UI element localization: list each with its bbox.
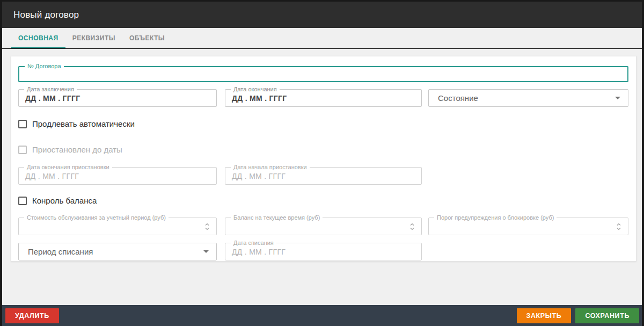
tab-label: ОБЪЕКТЫ: [129, 34, 165, 42]
suspend-end-date-label: Дата окончания приостановки: [24, 164, 112, 171]
writeoff-period-label: Период списания: [28, 247, 93, 256]
service-cost-label: Стоимость обслуживания за учетный период…: [24, 214, 169, 221]
current-balance-field[interactable]: Баланс на текущее время (руб): [225, 218, 422, 235]
date-start-placeholder: ДД . ММ . ГГГГ: [25, 94, 80, 103]
suspend-start-date-placeholder: ДД . ММ . ГГГГ: [232, 172, 286, 180]
date-end-field[interactable]: Дата окончания ДД . ММ . ГГГГ: [225, 89, 422, 107]
chevron-down-icon: [203, 250, 209, 253]
suspended-label: Приостановлен до даты: [32, 145, 122, 154]
tab-obekty[interactable]: ОБЪЕКТЫ: [122, 28, 172, 48]
auto-renew-checkbox[interactable]: [18, 120, 27, 128]
suspend-start-date-label: Дата начала приостановки: [231, 164, 310, 171]
balance-control-label: Конроль баланса: [32, 196, 97, 205]
number-spinner-icon[interactable]: [204, 222, 210, 231]
writeoff-period-select[interactable]: Период списания: [18, 243, 217, 260]
writeoff-date-field[interactable]: Дата списания ДД . ММ . ГГГГ: [225, 243, 422, 260]
tab-label: ОСНОВНАЯ: [18, 34, 58, 42]
suspend-start-date-field: Дата начала приостановки ДД . ММ . ГГГГ: [225, 167, 422, 185]
chevron-down-icon: [615, 97, 620, 99]
number-spinner-icon[interactable]: [409, 222, 415, 231]
dialog-titlebar: Новый договор: [2, 2, 642, 28]
date-start-field[interactable]: Дата заключения ДД . ММ . ГГГГ: [18, 89, 217, 107]
block-threshold-label: Порог предупреждения о блокировке (руб): [434, 214, 557, 221]
balance-control-checkbox[interactable]: [18, 197, 27, 205]
date-start-label: Дата заключения: [24, 86, 77, 93]
delete-button[interactable]: УДАЛИТЬ: [5, 308, 59, 323]
service-cost-field[interactable]: Стоимость обслуживания за учетный период…: [18, 218, 217, 235]
contract-number-field[interactable]: № Договора: [18, 66, 628, 82]
current-balance-label: Баланс на текущее время (руб): [231, 214, 323, 221]
contract-number-label: № Договора: [25, 63, 64, 70]
dialog-title: Новый договор: [13, 10, 79, 20]
tab-label: РЕКВИЗИТЫ: [72, 34, 115, 42]
balance-control-checkbox-row[interactable]: Конроль баланса: [18, 196, 628, 205]
dialog-footer: УДАЛИТЬ ЗАКРЫТЬ СОХРАНИТЬ: [2, 305, 642, 326]
number-spinner-icon[interactable]: [616, 222, 621, 231]
writeoff-date-label: Дата списания: [231, 240, 276, 247]
suspended-checkbox: [18, 146, 27, 154]
close-button[interactable]: ЗАКРЫТЬ: [517, 308, 572, 323]
state-select-label: Состояние: [438, 93, 478, 103]
writeoff-date-placeholder: ДД . ММ . ГГГГ: [232, 248, 286, 256]
suspend-end-date-field: Дата окончания приостановки ДД . ММ . ГГ…: [18, 167, 217, 185]
suspended-checkbox-row: Приостановлен до даты: [18, 145, 628, 154]
save-button[interactable]: СОХРАНИТЬ: [575, 308, 639, 323]
date-end-placeholder: ДД . ММ . ГГГГ: [232, 94, 287, 103]
suspend-end-date-placeholder: ДД . ММ . ГГГГ: [25, 172, 79, 180]
form-card: № Договора Дата заключения ДД . ММ . ГГГ…: [11, 56, 636, 262]
auto-renew-label: Продлевать автоматически: [32, 119, 135, 128]
date-end-label: Дата окончания: [231, 86, 280, 93]
tab-osnovnaya[interactable]: ОСНОВНАЯ: [11, 28, 65, 48]
dialog-content: № Договора Дата заключения ДД . ММ . ГГГ…: [2, 49, 642, 305]
tab-rekvizity[interactable]: РЕКВИЗИТЫ: [65, 28, 122, 48]
tab-bar: ОСНОВНАЯ РЕКВИЗИТЫ ОБЪЕКТЫ: [2, 28, 642, 48]
auto-renew-checkbox-row[interactable]: Продлевать автоматически: [18, 119, 628, 128]
block-threshold-field[interactable]: Порог предупреждения о блокировке (руб): [428, 218, 628, 235]
state-select[interactable]: Состояние: [428, 89, 628, 107]
